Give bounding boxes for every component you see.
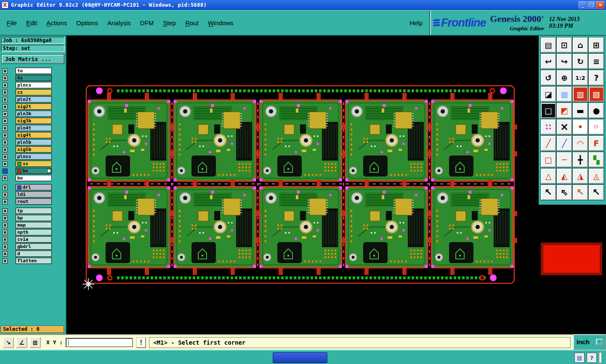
pointer-mode-button[interactable]: ↘ bbox=[3, 337, 14, 348]
zoom-5x-button[interactable]: ↻ bbox=[573, 54, 588, 69]
ime-tray-icon[interactable]: ▤ bbox=[574, 353, 585, 363]
layer-toggle-sig5b[interactable] bbox=[3, 147, 8, 152]
layer-toggle-to[interactable] bbox=[3, 69, 8, 74]
menu-analysis[interactable]: Analysis bbox=[107, 19, 131, 26]
triangle-dot-button[interactable]: ◬ bbox=[589, 169, 604, 184]
select-window-button[interactable]: ⇖ bbox=[557, 185, 572, 200]
pcb-board-r2c3[interactable] bbox=[259, 179, 346, 275]
layer-name-flatten[interactable]: flatten bbox=[16, 258, 52, 264]
help-button[interactable]: ? bbox=[589, 70, 604, 85]
delete-button[interactable]: × bbox=[557, 119, 572, 135]
grid-snap-button[interactable]: ⊞ bbox=[29, 337, 41, 348]
layer-name-rout[interactable]: rout bbox=[16, 198, 52, 205]
reference-layer-button[interactable]: ▨ bbox=[589, 87, 604, 102]
layer-toggle-rout[interactable] bbox=[3, 199, 8, 204]
layer-toggle-bs[interactable] bbox=[3, 169, 8, 174]
layer-toggle-flatten[interactable] bbox=[3, 258, 8, 264]
layer-toggle-sig2t[interactable] bbox=[3, 104, 8, 109]
layer-name-ldi[interactable]: ldi bbox=[16, 191, 52, 198]
redraw-button[interactable]: ↺ bbox=[541, 70, 556, 85]
pcb-board-r2c5[interactable] bbox=[431, 179, 517, 275]
pcb-board-r1c4[interactable] bbox=[345, 93, 431, 188]
screenshot-button[interactable]: ▤ bbox=[541, 37, 556, 53]
pcb-board-r2c2[interactable] bbox=[173, 179, 260, 275]
minimize-button[interactable]: _ bbox=[579, 1, 587, 9]
layer-toggle-ts[interactable] bbox=[3, 76, 8, 81]
grid-toggle-button[interactable]: ▦ bbox=[557, 87, 572, 102]
layer-toggle-d[interactable] bbox=[3, 251, 8, 256]
menu-options[interactable]: Options bbox=[76, 19, 98, 26]
origin-anchor-button[interactable]: ╋ bbox=[573, 152, 588, 167]
layer-toggle-bo[interactable] bbox=[3, 176, 8, 181]
layer-name-ts[interactable]: ts bbox=[16, 75, 52, 81]
layer-toggle-plncs[interactable] bbox=[3, 83, 8, 88]
layer-name-drl[interactable]: drl bbox=[16, 184, 52, 190]
triangle-tool-button[interactable]: △ bbox=[541, 169, 556, 184]
layer-toggle-npth[interactable] bbox=[3, 230, 8, 235]
layer-name-gbdrl[interactable]: gbdrl bbox=[16, 243, 52, 250]
layer-name-plnss[interactable]: plnss bbox=[16, 153, 52, 160]
rectangle-tool-button[interactable]: □ bbox=[541, 152, 556, 167]
layer-name-pln5b[interactable]: pln5b bbox=[16, 139, 52, 145]
overview-rect[interactable] bbox=[541, 243, 602, 275]
pcb-board-r1c3[interactable] bbox=[259, 93, 346, 188]
open-screen-button[interactable]: ⊡ bbox=[557, 37, 572, 53]
menu-dfm[interactable]: DFM bbox=[140, 19, 154, 26]
layer-toggle-sig4t[interactable] bbox=[3, 133, 8, 138]
layer-toggle-pln2t[interactable] bbox=[3, 97, 8, 102]
layer-toggle-cvia[interactable] bbox=[3, 237, 8, 242]
layer-name-cvia[interactable]: cvia bbox=[16, 236, 52, 243]
line-45-button[interactable]: ╱ bbox=[541, 136, 556, 151]
pcb-board-r2c1[interactable] bbox=[88, 179, 174, 275]
layer-toggle-ldi[interactable] bbox=[3, 192, 8, 197]
pan-center-button[interactable]: ⊕ bbox=[557, 70, 572, 85]
layer-toggle-pln4t[interactable] bbox=[3, 126, 8, 131]
menu-rout[interactable]: Rout bbox=[185, 19, 199, 26]
layer-name-npth[interactable]: npth bbox=[16, 229, 52, 235]
units-selector[interactable]: Inch ☰ bbox=[573, 334, 606, 350]
layer-toggle-sig3b[interactable] bbox=[3, 119, 8, 124]
pcb-board-r2c4[interactable] bbox=[345, 179, 431, 275]
pad-tool-button[interactable]: ● bbox=[589, 103, 604, 118]
units-dropdown-icon[interactable]: ☰ bbox=[596, 339, 603, 345]
help-tray-icon[interactable]: ? bbox=[587, 353, 597, 363]
layer-name-sig4t[interactable]: sig4t bbox=[16, 132, 52, 138]
pad-snap-button[interactable]: ◦ bbox=[589, 119, 604, 135]
pcb-board-r1c5[interactable] bbox=[431, 93, 517, 188]
layer-name-tp[interactable]: tp bbox=[16, 208, 52, 214]
layer-name-pln4t[interactable]: pln4t bbox=[16, 125, 52, 131]
select-tool-button[interactable]: ↖ bbox=[541, 185, 556, 200]
triangle-left-button[interactable]: ◭ bbox=[557, 169, 572, 184]
measure-button[interactable]: ▬ bbox=[573, 103, 588, 118]
highlight-clear-button[interactable]: ◪ bbox=[541, 87, 556, 102]
layer-name-map[interactable]: map bbox=[16, 222, 52, 228]
text-tool-button[interactable]: F bbox=[589, 136, 604, 151]
line-any-angle-button[interactable]: ╱ bbox=[557, 136, 572, 151]
main-canvas[interactable] bbox=[66, 36, 539, 334]
compare-layer-button[interactable]: ▥ bbox=[573, 87, 588, 102]
menu-actions[interactable]: Actions bbox=[46, 19, 67, 26]
home-view-button[interactable]: ⌂ bbox=[573, 37, 588, 53]
layer-name-pln3b[interactable]: pln3b bbox=[16, 111, 52, 117]
layer-toggle-ss[interactable] bbox=[3, 161, 8, 166]
menu-windows[interactable]: Windows bbox=[208, 19, 234, 26]
app-icon[interactable]: X bbox=[2, 2, 8, 8]
pcb-board-r1c1[interactable] bbox=[88, 93, 174, 188]
select-reference-button[interactable]: ↖ bbox=[573, 185, 588, 200]
next-view-button[interactable]: ↪ bbox=[557, 54, 572, 69]
layer-toggle-drl[interactable] bbox=[3, 185, 8, 190]
taskbar-item[interactable] bbox=[273, 352, 327, 363]
tile-windows-button[interactable]: ⊞ bbox=[589, 37, 604, 53]
select-filter-button[interactable]: ↖ bbox=[589, 185, 604, 200]
alert-button[interactable]: ! bbox=[136, 337, 146, 348]
menu-edit[interactable]: Edit bbox=[26, 19, 37, 26]
layer-toggle-cs[interactable] bbox=[3, 90, 8, 95]
layer-name-sig2t[interactable]: sig2t bbox=[16, 103, 52, 110]
layer-list-button[interactable]: ≡ bbox=[589, 54, 604, 69]
previous-view-button[interactable]: ↩ bbox=[541, 54, 556, 69]
zoom-ratio-button[interactable]: 1:2 bbox=[573, 70, 588, 85]
layer-name-cs[interactable]: cs bbox=[16, 89, 52, 95]
layer-toggle-tp[interactable] bbox=[3, 208, 8, 214]
small-pad-button[interactable]: • bbox=[573, 119, 588, 135]
layer-name-bs[interactable]: bs bbox=[16, 168, 52, 174]
